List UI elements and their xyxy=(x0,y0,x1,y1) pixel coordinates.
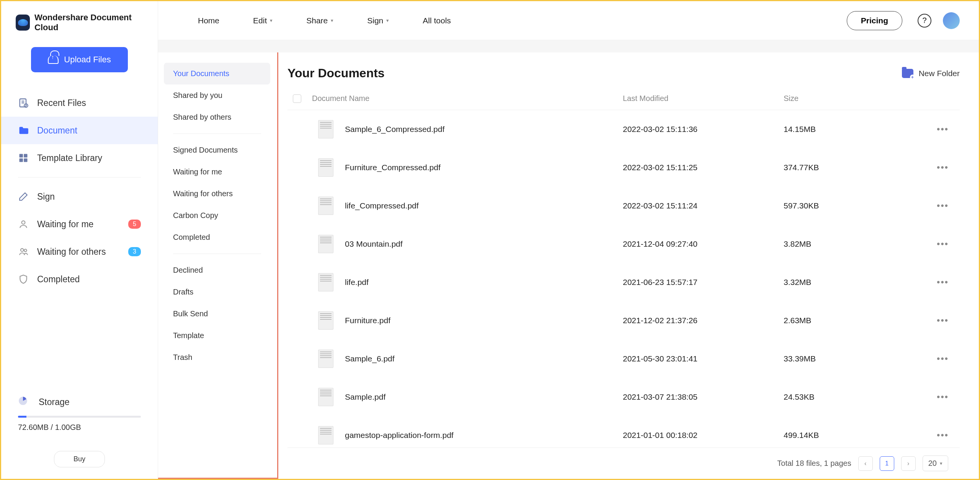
file-name: Sample_6_Compressed.pdf xyxy=(345,125,444,134)
col-last-modified[interactable]: Last Modified xyxy=(623,94,784,103)
topnav-all-tools[interactable]: All tools xyxy=(406,16,468,25)
file-modified: 2021-06-23 15:57:17 xyxy=(623,278,784,287)
sub-signed-documents[interactable]: Signed Documents xyxy=(164,139,270,161)
topnav-edit[interactable]: Edit▾ xyxy=(236,16,289,25)
file-thumbnail-icon xyxy=(318,197,333,215)
recent-icon xyxy=(18,98,29,108)
nav-document[interactable]: Document xyxy=(1,117,158,144)
row-more-button[interactable]: ••• xyxy=(937,315,949,325)
select-all-checkbox[interactable] xyxy=(293,94,301,103)
pager-summary: Total 18 files, 1 pages xyxy=(777,459,851,468)
nav-label: Completed xyxy=(37,274,80,285)
sub-your-documents[interactable]: Your Documents xyxy=(164,63,270,85)
table-row[interactable]: gamestop-application-form.pdf 2021-01-01… xyxy=(287,416,960,447)
nav-label: Sign xyxy=(37,192,55,202)
sub-declined[interactable]: Declined xyxy=(164,259,270,281)
pen-icon xyxy=(18,191,29,202)
nav-label: Waiting for others xyxy=(37,247,106,257)
chevron-down-icon: ▾ xyxy=(386,18,389,23)
pager-next[interactable]: › xyxy=(901,456,916,471)
svg-point-8 xyxy=(24,249,26,252)
table-row[interactable]: Sample.pdf 2021-03-07 21:38:05 24.53KB •… xyxy=(287,378,960,416)
table-row[interactable]: Furniture_Compressed.pdf 2022-03-02 15:1… xyxy=(287,148,960,187)
row-more-button[interactable]: ••• xyxy=(937,353,949,364)
nav-label: Waiting for me xyxy=(37,219,93,229)
file-modified: 2021-03-07 21:38:05 xyxy=(623,392,784,402)
sub-shared-by-others[interactable]: Shared by others xyxy=(164,106,270,128)
chevron-down-icon: ▾ xyxy=(270,18,273,23)
sub-template[interactable]: Template xyxy=(164,325,270,347)
nav-waiting-for-me[interactable]: Waiting for me 5 xyxy=(1,210,158,238)
row-more-button[interactable]: ••• xyxy=(937,277,949,287)
row-more-button[interactable]: ••• xyxy=(937,162,949,172)
upload-files-button[interactable]: Upload Files xyxy=(31,47,127,72)
row-more-button[interactable]: ••• xyxy=(937,239,949,249)
col-document-name[interactable]: Document Name xyxy=(312,94,623,103)
nav-completed[interactable]: Completed xyxy=(1,265,158,293)
file-thumbnail-icon xyxy=(318,426,333,444)
table-row[interactable]: life_Compressed.pdf 2022-03-02 15:11:24 … xyxy=(287,187,960,225)
people-icon xyxy=(18,246,29,257)
table-row[interactable]: Furniture.pdf 2021-12-02 21:37:26 2.63MB… xyxy=(287,301,960,340)
avatar[interactable] xyxy=(943,12,960,29)
sub-completed[interactable]: Completed xyxy=(164,226,270,248)
svg-rect-5 xyxy=(24,158,27,162)
sub-drafts[interactable]: Drafts xyxy=(164,281,270,303)
toolbar-strip xyxy=(158,40,979,52)
nav-label: Recent Files xyxy=(37,98,86,108)
pager-page-size[interactable]: 20 ▾ xyxy=(923,456,948,471)
file-modified: 2021-12-04 09:27:40 xyxy=(623,239,784,249)
sub-trash[interactable]: Trash xyxy=(164,347,270,368)
file-size: 24.53KB xyxy=(784,392,937,402)
file-modified: 2022-03-02 15:11:36 xyxy=(623,125,784,134)
col-size[interactable]: Size xyxy=(784,94,937,103)
buy-button[interactable]: Buy xyxy=(54,451,105,467)
table-row[interactable]: Sample_6.pdf 2021-05-30 23:01:41 33.39MB… xyxy=(287,340,960,378)
file-size: 374.77KB xyxy=(784,163,937,172)
sub-shared-by-you[interactable]: Shared by you xyxy=(164,85,270,106)
page-title: Your Documents xyxy=(287,66,385,80)
table-row[interactable]: life.pdf 2021-06-23 15:57:17 3.32MB ••• xyxy=(287,263,960,301)
pricing-button[interactable]: Pricing xyxy=(847,11,902,30)
row-more-button[interactable]: ••• xyxy=(937,430,949,440)
file-name: life.pdf xyxy=(345,278,369,287)
topnav-home[interactable]: Home xyxy=(181,16,236,25)
divider xyxy=(173,133,261,134)
file-modified: 2021-12-02 21:37:26 xyxy=(623,316,784,325)
pager-prev[interactable]: ‹ xyxy=(858,456,873,471)
svg-point-7 xyxy=(21,249,24,252)
pager-page[interactable]: 1 xyxy=(880,456,894,471)
file-thumbnail-icon xyxy=(318,311,333,330)
file-name: Sample.pdf xyxy=(345,392,385,402)
table-row[interactable]: Sample_6_Compressed.pdf 2022-03-02 15:11… xyxy=(287,110,960,148)
row-more-button[interactable]: ••• xyxy=(937,392,949,402)
badge: 5 xyxy=(128,220,141,229)
help-icon[interactable]: ? xyxy=(918,14,931,28)
template-icon xyxy=(18,153,29,163)
row-more-button[interactable]: ••• xyxy=(937,200,949,211)
topnav-share[interactable]: Share▾ xyxy=(289,16,350,25)
sub-carbon-copy[interactable]: Carbon Copy xyxy=(164,205,270,226)
file-name: 03 Mountain.pdf xyxy=(345,239,403,249)
topnav-sign[interactable]: Sign▾ xyxy=(350,16,406,25)
file-name: Furniture_Compressed.pdf xyxy=(345,163,441,172)
sidebar: Wondershare Document Cloud Upload Files … xyxy=(1,1,158,479)
file-size: 3.82MB xyxy=(784,239,937,249)
file-thumbnail-icon xyxy=(318,350,333,368)
new-folder-button[interactable]: New Folder xyxy=(902,69,960,78)
nav-template-library[interactable]: Template Library xyxy=(1,144,158,172)
nav-recent-files[interactable]: Recent Files xyxy=(1,89,158,117)
sub-bulk-send[interactable]: Bulk Send xyxy=(164,303,270,325)
sub-waiting-for-others[interactable]: Waiting for others xyxy=(164,183,270,205)
brand-icon xyxy=(16,15,30,31)
nav-waiting-for-others[interactable]: Waiting for others 3 xyxy=(1,238,158,265)
file-name: Sample_6.pdf xyxy=(345,354,395,363)
brand-text: Wondershare Document Cloud xyxy=(34,13,143,33)
table-row[interactable]: 03 Mountain.pdf 2021-12-04 09:27:40 3.82… xyxy=(287,225,960,263)
nav-sign[interactable]: Sign xyxy=(1,183,158,210)
chevron-down-icon: ▾ xyxy=(940,460,942,466)
sub-waiting-for-me[interactable]: Waiting for me xyxy=(164,161,270,183)
row-more-button[interactable]: ••• xyxy=(937,124,949,134)
folder-icon xyxy=(18,125,29,136)
nav-divider xyxy=(18,177,141,177)
